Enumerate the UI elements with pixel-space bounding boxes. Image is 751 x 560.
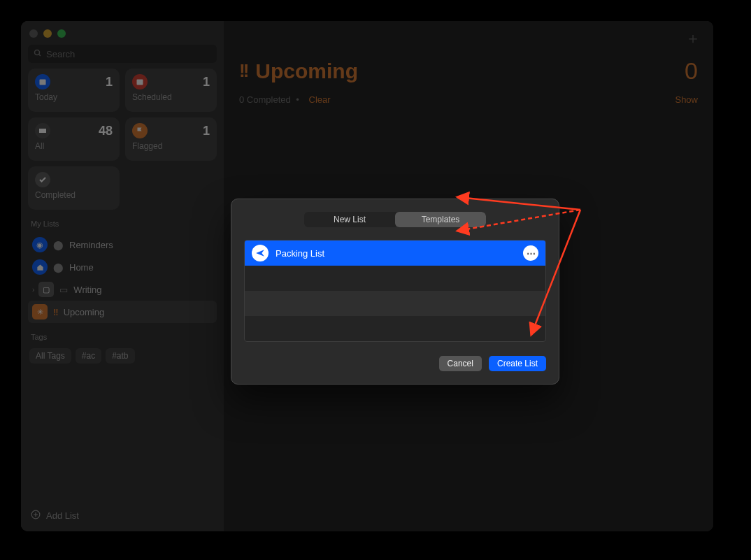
template-row-label: Packing List: [276, 248, 324, 259]
app-window: Search 1 Today: [21, 21, 713, 531]
more-icon[interactable]: ⋯: [523, 245, 538, 261]
create-list-button[interactable]: Create List: [489, 356, 546, 371]
modal-segmented-control: New List Templates: [304, 212, 486, 227]
new-list-modal: New List Templates Packing List ⋯ Cancel…: [231, 199, 559, 385]
airplane-icon: [252, 245, 269, 261]
templates-list: Packing List ⋯: [244, 240, 546, 342]
template-row-packing-list[interactable]: Packing List ⋯: [245, 240, 545, 266]
template-row-empty: [245, 266, 545, 291]
tab-templates[interactable]: Templates: [395, 212, 486, 227]
cancel-button[interactable]: Cancel: [439, 356, 482, 371]
template-row-empty: [245, 291, 545, 316]
tab-new-list[interactable]: New List: [304, 212, 395, 227]
template-row-empty: [245, 316, 545, 341]
